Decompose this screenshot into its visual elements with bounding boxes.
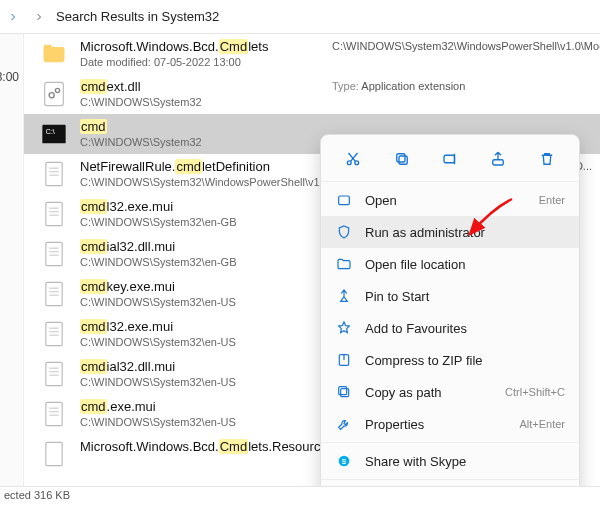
svg-rect-39 xyxy=(493,160,504,165)
svg-rect-38 xyxy=(444,155,455,163)
svg-rect-29 xyxy=(46,402,62,425)
item-name: cmdext.dll xyxy=(80,78,332,95)
item-name: cmdl32.exe.mui xyxy=(80,318,332,335)
menu-share-skype[interactable]: S Share with Skype xyxy=(321,445,579,477)
item-name: cmdkey.exe.mui xyxy=(80,278,332,295)
breadcrumb[interactable]: Search Results in System32 xyxy=(56,9,219,24)
item-name: cmdial32.dll.mui xyxy=(80,358,332,375)
menu-pin-to-start[interactable]: Pin to Start xyxy=(321,280,579,312)
list-item[interactable]: Microsoft.Windows.Bcd.Cmdlets Date modif… xyxy=(24,34,600,74)
shield-icon xyxy=(335,223,353,241)
open-icon xyxy=(335,191,353,209)
item-type: Type: Application extension xyxy=(332,78,592,110)
svg-rect-36 xyxy=(399,156,407,164)
svg-rect-9 xyxy=(46,202,62,225)
copy-icon[interactable] xyxy=(388,145,416,173)
svg-text:S: S xyxy=(342,458,347,465)
menu-separator xyxy=(321,442,579,443)
item-name: Microsoft.Windows.Bcd.Cmdlets xyxy=(80,38,332,55)
file-icon xyxy=(38,238,70,270)
svg-text:C:\: C:\ xyxy=(46,128,55,135)
gear-file-icon xyxy=(38,78,70,110)
menu-open[interactable]: Open Enter xyxy=(321,184,579,216)
copy-path-icon xyxy=(335,383,353,401)
svg-rect-43 xyxy=(339,387,347,395)
share-icon[interactable] xyxy=(484,145,512,173)
item-sub: C:\WINDOWS\System32\en-GB xyxy=(80,255,332,270)
context-menu-top-actions xyxy=(321,135,579,179)
svg-rect-37 xyxy=(396,154,404,162)
nav-pane: 13:00 xyxy=(0,34,24,486)
svg-point-34 xyxy=(348,161,352,165)
svg-rect-13 xyxy=(46,242,62,265)
pin-icon xyxy=(335,287,353,305)
item-sub: C:\WINDOWS\System32\WindowsPowerShell\v1… xyxy=(80,175,332,190)
item-name: cmd xyxy=(80,118,332,135)
menu-add-favourites[interactable]: Add to Favourites xyxy=(321,312,579,344)
item-sub: C:\WINDOWS\System32 xyxy=(80,95,332,110)
svg-rect-17 xyxy=(46,282,62,305)
item-name: cmdial32.dll.mui xyxy=(80,238,332,255)
menu-copy-path[interactable]: Copy as path Ctrl+Shift+C xyxy=(321,376,579,408)
menu-run-as-admin[interactable]: Run as administrator xyxy=(321,216,579,248)
file-icon xyxy=(38,158,70,190)
terminal-icon: C:\ xyxy=(38,118,70,150)
address-bar: Search Results in System32 xyxy=(0,0,600,34)
svg-rect-40 xyxy=(339,196,350,205)
item-sub: C:\WINDOWS\System32\en-US xyxy=(80,375,332,390)
svg-rect-42 xyxy=(341,389,349,397)
breadcrumb-prev-icon[interactable] xyxy=(4,8,22,26)
list-item[interactable]: cmdext.dll C:\WINDOWS\System32 Type: App… xyxy=(24,74,600,114)
status-bar: ected 316 KB xyxy=(0,486,600,505)
item-sub: Date modified: 07-05-2022 13:00 xyxy=(80,55,332,70)
item-name: cmd.exe.mui xyxy=(80,398,332,415)
item-sub: C:\WINDOWS\System32\en-US xyxy=(80,295,332,310)
skype-icon: S xyxy=(335,452,353,470)
item-sub: C:\WINDOWS\System32\en-US xyxy=(80,415,332,430)
context-menu: Open Enter Run as administrator Open fil… xyxy=(320,134,580,505)
delete-icon[interactable] xyxy=(533,145,561,173)
file-icon xyxy=(38,358,70,390)
item-name: cmdl32.exe.mui xyxy=(80,198,332,215)
folder-open-icon xyxy=(335,255,353,273)
breadcrumb-chevron-icon xyxy=(30,8,48,26)
item-name: NetFirewallRule.cmdletDefinition xyxy=(80,158,332,175)
menu-separator xyxy=(321,479,579,480)
svg-point-35 xyxy=(355,161,359,165)
svg-rect-5 xyxy=(46,162,62,185)
menu-open-file-location[interactable]: Open file location xyxy=(321,248,579,280)
svg-rect-21 xyxy=(46,322,62,345)
menu-compress-zip[interactable]: Compress to ZIP file xyxy=(321,344,579,376)
folder-icon xyxy=(38,38,70,70)
zip-icon xyxy=(335,351,353,369)
file-icon xyxy=(38,198,70,230)
item-sub: C:\WINDOWS\System32\en-US xyxy=(80,335,332,350)
file-icon xyxy=(38,398,70,430)
file-icon xyxy=(38,278,70,310)
file-icon xyxy=(38,438,70,470)
svg-rect-25 xyxy=(46,362,62,385)
navpane-text: 13:00 xyxy=(0,70,19,84)
item-sub: C:\WINDOWS\System32\en-GB xyxy=(80,215,332,230)
svg-rect-33 xyxy=(46,442,62,465)
menu-properties[interactable]: Properties Alt+Enter xyxy=(321,408,579,440)
item-path: C:\WINDOWS\System32\WindowsPowerShell\v1… xyxy=(332,38,592,70)
cut-icon[interactable] xyxy=(339,145,367,173)
star-icon xyxy=(335,319,353,337)
file-icon xyxy=(38,318,70,350)
rename-icon[interactable] xyxy=(436,145,464,173)
item-sub: C:\WINDOWS\System32 xyxy=(80,135,332,150)
menu-separator xyxy=(321,181,579,182)
wrench-icon xyxy=(335,415,353,433)
